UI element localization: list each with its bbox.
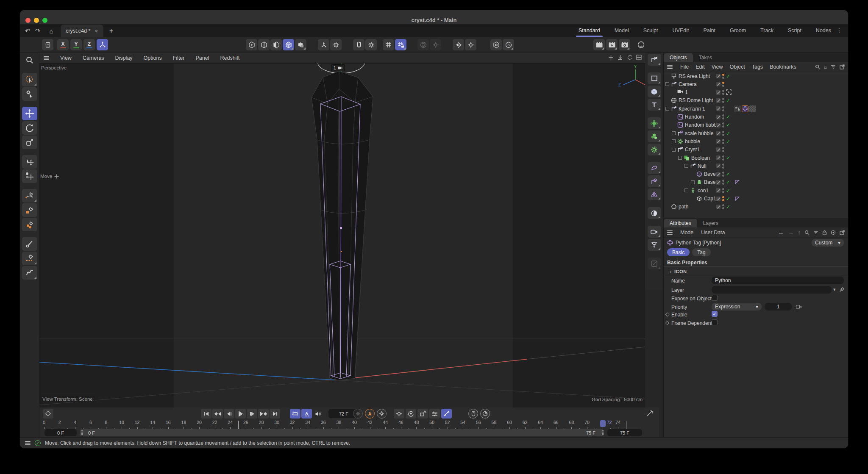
layer-edit-icon[interactable] bbox=[716, 123, 721, 128]
add-camera-button[interactable] bbox=[648, 226, 661, 238]
live-selection-button[interactable] bbox=[22, 73, 37, 86]
layer-edit-icon[interactable] bbox=[716, 98, 721, 103]
goto-start-button[interactable] bbox=[201, 409, 211, 419]
visibility-dots[interactable] bbox=[722, 74, 724, 79]
add-spline-button[interactable] bbox=[648, 72, 661, 84]
rotate-view-icon[interactable] bbox=[627, 55, 632, 60]
name-input[interactable]: Python bbox=[712, 277, 844, 284]
viewport-menu-redshift[interactable]: Redshift bbox=[220, 55, 239, 61]
phong-tag-icon[interactable] bbox=[734, 179, 740, 185]
tree-row-rs-area-light[interactable]: RS Area Light✓ bbox=[664, 72, 848, 80]
layer-edit-icon[interactable] bbox=[716, 82, 721, 86]
expand-icon[interactable] bbox=[672, 139, 676, 143]
status-menu-icon[interactable] bbox=[25, 441, 31, 445]
snap-button[interactable] bbox=[353, 39, 364, 50]
tree-row-cryst1[interactable]: Cryst1 bbox=[664, 146, 848, 154]
add-primitive-button[interactable] bbox=[648, 86, 661, 97]
priority-number-input[interactable]: 1 bbox=[765, 303, 792, 310]
layout-tab-groom[interactable]: Groom bbox=[729, 25, 747, 37]
key-rotation-button[interactable] bbox=[406, 409, 416, 419]
viewport[interactable]: ViewCamerasDisplayOptionsFilterPanelReds… bbox=[39, 53, 645, 407]
sketch-tool-button[interactable] bbox=[22, 266, 37, 280]
tree-row-camera[interactable]: Camera bbox=[664, 80, 848, 88]
enabled-check-icon[interactable]: ✓ bbox=[726, 97, 732, 103]
search-icon[interactable] bbox=[815, 64, 820, 69]
collapse-icon[interactable] bbox=[665, 107, 669, 111]
layer-edit-icon[interactable] bbox=[716, 205, 721, 209]
playback-rate-button[interactable] bbox=[468, 409, 478, 419]
viewport-menu-icon[interactable] bbox=[44, 56, 49, 60]
multi-move-tool-button[interactable] bbox=[22, 169, 37, 183]
interactive-render-button[interactable] bbox=[635, 39, 647, 50]
enable-keyframe-diamond[interactable] bbox=[665, 313, 670, 317]
parent-icon[interactable]: ↑ bbox=[798, 229, 801, 236]
tree-row-random[interactable]: Random✓ bbox=[664, 113, 848, 121]
object-manager-menu-view[interactable]: View bbox=[712, 64, 723, 70]
enabled-check-icon[interactable]: ✓ bbox=[726, 73, 732, 79]
object-name[interactable]: path bbox=[679, 204, 688, 210]
range-grip-right[interactable] bbox=[601, 430, 604, 435]
enabled-check-icon[interactable]: ✓ bbox=[726, 171, 732, 177]
expose-checkbox[interactable] bbox=[712, 295, 718, 301]
target-icon[interactable] bbox=[726, 89, 732, 95]
layer-edit-icon[interactable] bbox=[716, 139, 721, 144]
key-parameters-button[interactable] bbox=[429, 409, 440, 419]
rotate-tool-button[interactable] bbox=[22, 121, 37, 135]
add-text-button[interactable] bbox=[648, 99, 661, 111]
attribute-menu-icon[interactable] bbox=[667, 230, 673, 235]
add-volume-button[interactable] bbox=[648, 207, 661, 219]
add-material-button[interactable] bbox=[648, 258, 661, 269]
goto-end-button[interactable] bbox=[270, 409, 280, 419]
priority-dropdown[interactable]: Expression ▾ bbox=[712, 303, 762, 310]
autokey-button[interactable]: A bbox=[365, 409, 375, 419]
visibility-dots[interactable] bbox=[722, 82, 724, 87]
object-manager-menu-file[interactable]: File bbox=[680, 64, 689, 70]
visibility-dots[interactable] bbox=[722, 172, 724, 177]
layer-edit-icon[interactable] bbox=[716, 164, 721, 168]
document-tab[interactable]: cryst.c4d * ✕ bbox=[61, 25, 103, 37]
layer-edit-icon[interactable] bbox=[716, 197, 721, 201]
animation-mode-button[interactable]: A bbox=[301, 409, 312, 419]
model-mode-button[interactable] bbox=[283, 39, 294, 50]
visibility-dots[interactable] bbox=[722, 131, 724, 136]
measure-tool-button[interactable] bbox=[22, 237, 37, 251]
layout-tab-track[interactable]: Track bbox=[760, 25, 774, 37]
object-manager-menu-icon[interactable] bbox=[667, 65, 673, 69]
tree-row-bubble[interactable]: bubble✓ bbox=[664, 137, 848, 145]
quantize-button[interactable] bbox=[395, 39, 406, 50]
object-manager-menu-edit[interactable]: Edit bbox=[696, 64, 705, 70]
axis-settings-button[interactable] bbox=[330, 39, 342, 50]
tab-objects[interactable]: Objects bbox=[664, 53, 693, 62]
preset-dropdown[interactable]: Custom ▾ bbox=[812, 239, 844, 247]
play-button[interactable] bbox=[235, 409, 246, 419]
attribute-menu-mode[interactable]: Mode bbox=[680, 230, 693, 236]
spline-arc-tool-button[interactable] bbox=[22, 189, 37, 202]
tree-row-random-bubble[interactable]: Random bubble✓ bbox=[664, 121, 848, 129]
enabled-check-icon[interactable]: ✓ bbox=[726, 196, 732, 202]
popout-icon[interactable] bbox=[840, 64, 845, 69]
back-icon[interactable]: ← bbox=[778, 229, 784, 236]
enable-checkbox[interactable]: ✓ bbox=[712, 311, 718, 317]
forward-icon[interactable]: → bbox=[788, 229, 794, 236]
scale-tool-button[interactable] bbox=[22, 136, 37, 149]
visibility-dots[interactable] bbox=[722, 180, 724, 185]
visibility-dots[interactable] bbox=[722, 196, 724, 201]
lock-icon[interactable] bbox=[822, 230, 827, 235]
tree-row-con1[interactable]: con1✓ bbox=[664, 186, 848, 194]
object-name[interactable]: Random bbox=[685, 114, 704, 120]
object-manager-menu-object[interactable]: Object bbox=[730, 64, 745, 70]
close-tab-icon[interactable]: ✕ bbox=[95, 29, 98, 33]
expand-icon[interactable] bbox=[672, 131, 676, 135]
search-icon[interactable] bbox=[804, 230, 810, 235]
previous-key-button[interactable] bbox=[212, 409, 223, 419]
tree-row-cap1[interactable]: Cap1✓ bbox=[664, 195, 848, 203]
render-settings-button[interactable] bbox=[619, 39, 630, 50]
collapse-icon[interactable] bbox=[665, 82, 669, 86]
add-deformer-button[interactable] bbox=[648, 162, 661, 174]
record-keyframe-button[interactable] bbox=[43, 409, 53, 419]
filter-icon[interactable] bbox=[831, 65, 836, 69]
toggle-views-icon[interactable] bbox=[636, 55, 642, 60]
tree-row-base1[interactable]: Base1✓ bbox=[664, 178, 848, 186]
volume-pen-tool-button[interactable] bbox=[22, 218, 37, 231]
tree-row-rs-dome-light[interactable]: RS Dome Light✓ bbox=[664, 97, 848, 105]
